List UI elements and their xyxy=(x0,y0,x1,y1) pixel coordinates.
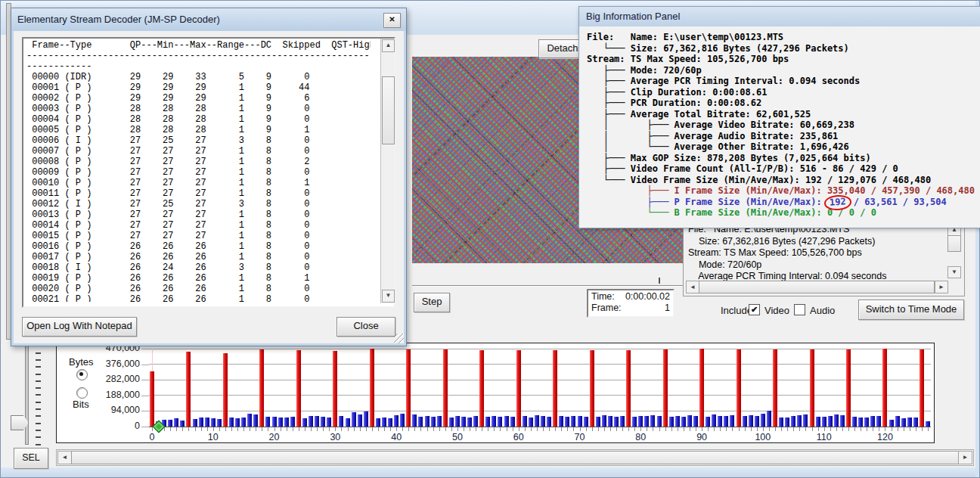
p-frame-bar[interactable] xyxy=(425,416,430,427)
p-frame-bar[interactable] xyxy=(199,417,203,427)
p-frame-bar[interactable] xyxy=(510,417,515,427)
p-frame-bar[interactable] xyxy=(211,418,216,427)
p-frame-bar[interactable] xyxy=(352,412,356,427)
i-frame-bar[interactable] xyxy=(553,350,557,427)
p-frame-bar[interactable] xyxy=(504,416,509,427)
p-frame-bar[interactable] xyxy=(253,414,258,427)
p-frame-bar[interactable] xyxy=(412,414,417,427)
log-scroll-down-icon[interactable]: ▼ xyxy=(382,290,395,303)
p-frame-bar[interactable] xyxy=(858,417,863,427)
switch-to-time-mode-button[interactable]: Switch to Time Mode xyxy=(858,300,964,320)
p-frame-bar[interactable] xyxy=(473,416,478,427)
p-frame-bar[interactable] xyxy=(382,417,386,427)
p-frame-bar[interactable] xyxy=(431,417,436,427)
p-frame-bar[interactable] xyxy=(785,417,789,427)
p-frame-bar[interactable] xyxy=(650,415,655,427)
p-frame-bar[interactable] xyxy=(926,421,930,427)
audio-checkbox[interactable] xyxy=(794,304,805,315)
p-frame-bar[interactable] xyxy=(346,418,350,427)
i-frame-bar[interactable] xyxy=(773,349,777,427)
i-frame-bar[interactable] xyxy=(296,350,301,427)
p-frame-bar[interactable] xyxy=(547,417,551,427)
p-frame-bar[interactable] xyxy=(235,418,240,427)
sel-button[interactable]: SEL xyxy=(14,448,48,469)
p-frame-bar[interactable] xyxy=(358,414,362,427)
p-frame-bar[interactable] xyxy=(864,417,869,427)
p-frame-bar[interactable] xyxy=(449,417,454,427)
p-frame-bar[interactable] xyxy=(193,419,197,427)
p-frame-bar[interactable] xyxy=(901,418,906,427)
close-icon[interactable]: ✕ xyxy=(383,13,401,28)
i-frame-bar[interactable] xyxy=(663,349,668,427)
p-frame-bar[interactable] xyxy=(852,417,857,427)
p-frame-bar[interactable] xyxy=(523,416,527,427)
p-frame-bar[interactable] xyxy=(400,414,405,427)
i-frame-bar[interactable] xyxy=(223,353,228,427)
p-frame-bar[interactable] xyxy=(241,417,246,427)
chart-plot-area[interactable]: 0102030405060708090100110120 xyxy=(149,349,931,427)
open-log-with-notepad-button[interactable]: Open Log With Notepad xyxy=(22,317,137,337)
p-frame-bar[interactable] xyxy=(602,415,606,427)
mini-scroll-left-icon[interactable]: ◄ xyxy=(686,281,699,293)
p-frame-bar[interactable] xyxy=(498,417,502,427)
p-frame-bar[interactable] xyxy=(302,418,307,427)
resize-grip[interactable] xyxy=(394,334,404,343)
p-frame-bar[interactable] xyxy=(675,416,680,427)
p-frame-bar[interactable] xyxy=(315,416,319,427)
p-frame-bar[interactable] xyxy=(290,417,295,427)
p-frame-bar[interactable] xyxy=(761,414,765,427)
bottom-scroll-right-icon[interactable]: ► xyxy=(958,451,972,464)
p-frame-bar[interactable] xyxy=(638,416,643,427)
p-frame-bar[interactable] xyxy=(876,416,881,427)
i-frame-bar[interactable] xyxy=(259,349,264,427)
p-frame-bar[interactable] xyxy=(632,417,637,427)
seek-slider-track[interactable] xyxy=(412,285,683,286)
p-frame-bar[interactable] xyxy=(278,417,283,427)
i-frame-bar[interactable] xyxy=(699,349,704,427)
bottom-scrollbar[interactable]: ◄ ► xyxy=(56,449,974,466)
p-frame-bar[interactable] xyxy=(321,417,325,427)
p-frame-bar[interactable] xyxy=(485,417,490,427)
p-frame-bar[interactable] xyxy=(437,416,442,427)
p-frame-bar[interactable] xyxy=(889,420,894,427)
i-frame-bar[interactable] xyxy=(737,349,741,427)
left-slider-groove[interactable] xyxy=(25,337,29,445)
p-frame-bar[interactable] xyxy=(840,415,845,427)
video-checkbox-label[interactable]: Video xyxy=(764,305,789,316)
audio-checkbox-label[interactable]: Audio xyxy=(810,305,835,316)
p-frame-bar[interactable] xyxy=(309,416,313,427)
mini-vscroll-thumb[interactable] xyxy=(947,235,961,252)
p-frame-bar[interactable] xyxy=(394,415,399,427)
p-frame-bar[interactable] xyxy=(180,421,185,427)
video-checkbox[interactable]: ✔ xyxy=(749,304,760,315)
p-frame-bar[interactable] xyxy=(535,415,539,427)
bottom-scroll-left-icon[interactable]: ◄ xyxy=(57,451,72,464)
p-frame-bar[interactable] xyxy=(669,417,674,427)
p-frame-bar[interactable] xyxy=(571,416,575,427)
p-frame-bar[interactable] xyxy=(272,417,277,427)
i-frame-bar[interactable] xyxy=(516,350,521,427)
p-frame-bar[interactable] xyxy=(541,416,545,427)
p-frame-bar[interactable] xyxy=(791,416,795,427)
p-frame-bar[interactable] xyxy=(718,416,722,427)
frame-log-listbox[interactable]: Frame--Type QP---Min---Max--Range---DC S… xyxy=(22,37,395,308)
p-frame-bar[interactable] xyxy=(870,416,875,427)
p-frame-bar[interactable] xyxy=(767,411,771,427)
i-frame-bar[interactable] xyxy=(370,349,374,427)
p-frame-bar[interactable] xyxy=(657,416,662,427)
dialog-close-button[interactable]: Close xyxy=(336,317,395,337)
p-frame-bar[interactable] xyxy=(803,414,808,427)
p-frame-bar[interactable] xyxy=(339,416,343,427)
i-frame-bar[interactable] xyxy=(443,349,448,427)
log-scroll-up-icon[interactable]: ▲ xyxy=(382,39,395,52)
mini-hscroll-thumb[interactable] xyxy=(699,281,935,293)
p-frame-bar[interactable] xyxy=(797,415,802,427)
i-frame-bar[interactable] xyxy=(920,349,924,427)
p-frame-bar[interactable] xyxy=(467,417,472,427)
i-frame-bar[interactable] xyxy=(406,349,411,427)
p-frame-bar[interactable] xyxy=(755,416,759,427)
p-frame-bar[interactable] xyxy=(376,418,380,427)
p-frame-bar[interactable] xyxy=(205,417,209,427)
i-frame-bar[interactable] xyxy=(626,350,631,427)
p-frame-bar[interactable] xyxy=(174,418,178,427)
